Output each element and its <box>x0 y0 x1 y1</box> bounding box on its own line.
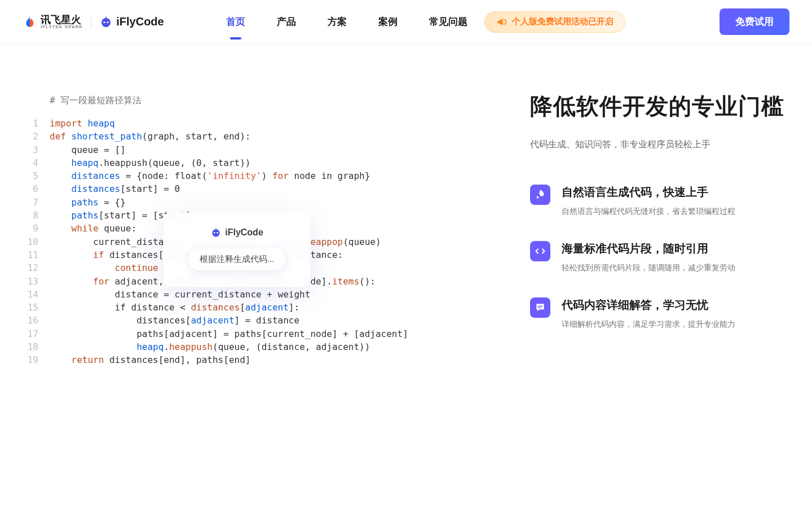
code-content: paths = {} <box>50 196 126 209</box>
promo-text: 个人版免费试用活动已开启 <box>512 16 614 27</box>
nav-item-home[interactable]: 首页 <box>226 12 245 32</box>
line-number: 12 <box>23 261 50 274</box>
svg-rect-9 <box>538 307 541 308</box>
popup-brand: iFlyCode <box>176 227 298 238</box>
line-number: 17 <box>23 327 50 340</box>
code-line: 14 distance = current_distance + weight <box>23 288 508 301</box>
code-line: 6 distances[start] = 0 <box>23 182 508 195</box>
code-content: distances[start] = 0 <box>50 182 180 195</box>
nav-item-solution[interactable]: 方案 <box>328 12 347 32</box>
code-content: heapq.heappush(queue, (0, start)) <box>50 156 250 169</box>
brand-iflycode-name: iFlyCode <box>116 15 164 28</box>
feature-text: 自然语言生成代码，快速上手 自然语言与编程代码无缝对接，省去繁琐编程过程 <box>562 185 735 217</box>
rocket-icon <box>530 185 550 205</box>
line-number: 8 <box>23 209 50 222</box>
svg-point-0 <box>102 18 111 27</box>
brand-spark-name: 讯飞星火 <box>41 15 83 25</box>
feature-desc: 轻松找到所需代码片段，随调随用，减少重复劳动 <box>562 262 735 274</box>
code-line: 18 heapq.heappush(queue, (distance, adja… <box>23 340 508 353</box>
chat-icon <box>530 297 550 318</box>
line-number: 5 <box>23 169 50 182</box>
feature-title: 自然语言生成代码，快速上手 <box>562 185 735 200</box>
svg-point-1 <box>104 21 105 23</box>
line-number: 15 <box>23 301 50 314</box>
code-content: heapq.heappush(queue, (distance, adjacen… <box>50 340 370 353</box>
line-number: 11 <box>23 248 50 261</box>
code-icon <box>530 241 550 261</box>
code-line: 2def shortest_path(graph, start, end): <box>23 130 508 143</box>
line-number: 2 <box>23 130 50 143</box>
svg-point-2 <box>107 21 109 23</box>
brand-iflycode[interactable]: iFlyCode <box>99 15 164 29</box>
line-number: 6 <box>23 182 50 195</box>
code-content: paths[adjacent] = paths[current_node] + … <box>50 327 408 340</box>
suggestion-popup: iFlyCode 根据注释生成代码... <box>164 212 310 287</box>
feature-text: 海量标准代码片段，随时引用 轻松找到所需代码片段，随调随用，减少重复劳动 <box>562 241 735 274</box>
line-number: 9 <box>23 222 50 235</box>
feature-title: 代码内容详细解答，学习无忧 <box>562 297 735 313</box>
brand-spark-text: 讯飞星火 IFLYTEK SPARK <box>41 15 83 29</box>
brand-separator <box>91 16 91 28</box>
feature-item-3: 代码内容详细解答，学习无忧 详细解析代码内容，满足学习需求，提升专业能力 <box>530 297 789 330</box>
popup-brand-name: iFlyCode <box>225 227 263 238</box>
svg-point-5 <box>214 232 215 234</box>
feature-desc: 自然语言与编程代码无缝对接，省去繁琐编程过程 <box>562 205 735 217</box>
code-line: 4 heapq.heappush(queue, (0, start)) <box>23 156 508 169</box>
line-number: 13 <box>23 275 50 288</box>
brand-spark[interactable]: 讯飞星火 IFLYTEK SPARK <box>23 15 83 29</box>
line-number: 19 <box>23 353 50 366</box>
popup-action[interactable]: 根据注释生成代码... <box>188 248 286 270</box>
code-content: distances[adjacent] = distance <box>50 314 299 327</box>
code-line: 16 distances[adjacent] = distance <box>23 314 508 327</box>
cta-free-trial[interactable]: 免费试用 <box>720 8 789 35</box>
svg-point-4 <box>213 229 220 237</box>
line-number: 7 <box>23 196 50 209</box>
line-number: 4 <box>23 156 50 169</box>
line-number: 3 <box>23 143 50 156</box>
code-content: while queue: <box>50 222 136 235</box>
code-line: 15 if distance < distances[adjacent]: <box>23 301 508 314</box>
bot-icon <box>99 15 113 29</box>
line-number: 16 <box>23 314 50 327</box>
promo-pill[interactable]: 个人版免费试用活动已开启 <box>484 11 625 33</box>
code-content: def shortest_path(graph, start, end): <box>50 130 250 143</box>
code-content: return distances[end], paths[end] <box>50 353 250 366</box>
subhead: 代码生成、知识问答，非专业程序员轻松上手 <box>530 139 789 151</box>
feature-text: 代码内容详细解答，学习无忧 详细解析代码内容，满足学习需求，提升专业能力 <box>562 297 735 330</box>
headline: 降低软件开发的专业门槛 <box>530 89 789 123</box>
svg-rect-3 <box>105 16 107 18</box>
code-content: distances = {node: float('infinity') for… <box>50 169 370 182</box>
svg-rect-7 <box>216 228 217 230</box>
brand-group: 讯飞星火 IFLYTEK SPARK iFlyCode <box>23 15 164 29</box>
bot-icon <box>210 227 222 238</box>
nav-item-product[interactable]: 产品 <box>277 12 296 32</box>
main-content: # 写一段最短路径算法 1import heapq2def shortest_p… <box>0 44 812 367</box>
feature-desc: 详细解析代码内容，满足学习需求，提升专业能力 <box>562 318 735 330</box>
line-number: 18 <box>23 340 50 353</box>
line-number: 14 <box>23 288 50 301</box>
line-number: 10 <box>23 235 50 248</box>
code-line: 17 paths[adjacent] = paths[current_node]… <box>23 327 508 340</box>
code-line: 3 queue = [] <box>23 143 508 156</box>
code-content: if distance < distances[adjacent]: <box>50 301 299 314</box>
feature-panel: 降低软件开发的专业门槛 代码生成、知识问答，非专业程序员轻松上手 自然语言生成代… <box>530 78 789 367</box>
svg-rect-8 <box>538 306 542 306</box>
flame-icon <box>23 15 37 29</box>
brand-spark-sub: IFLYTEK SPARK <box>41 25 83 29</box>
feature-title: 海量标准代码片段，随时引用 <box>562 241 735 256</box>
top-nav: 讯飞星火 IFLYTEK SPARK iFlyCode 首页 产品 方案 案例 … <box>0 0 812 44</box>
nav-items: 首页 产品 方案 案例 常见问题 <box>226 12 467 32</box>
code-line: 7 paths = {} <box>23 196 508 209</box>
svg-point-6 <box>217 232 218 234</box>
feature-item-2: 海量标准代码片段，随时引用 轻松找到所需代码片段，随调随用，减少重复劳动 <box>530 241 789 274</box>
nav-item-faq[interactable]: 常见问题 <box>429 12 467 32</box>
code-content: import heapq <box>50 117 115 130</box>
nav-item-case[interactable]: 案例 <box>378 12 398 32</box>
feature-item-1: 自然语言生成代码，快速上手 自然语言与编程代码无缝对接，省去繁琐编程过程 <box>530 185 789 217</box>
code-content: continue <box>50 261 158 274</box>
code-line: 5 distances = {node: float('infinity') f… <box>23 169 508 182</box>
line-number: 1 <box>23 117 50 130</box>
code-content: queue = [] <box>50 143 126 156</box>
code-preview: # 写一段最短路径算法 1import heapq2def shortest_p… <box>23 78 508 367</box>
code-line: 1import heapq <box>23 117 508 130</box>
